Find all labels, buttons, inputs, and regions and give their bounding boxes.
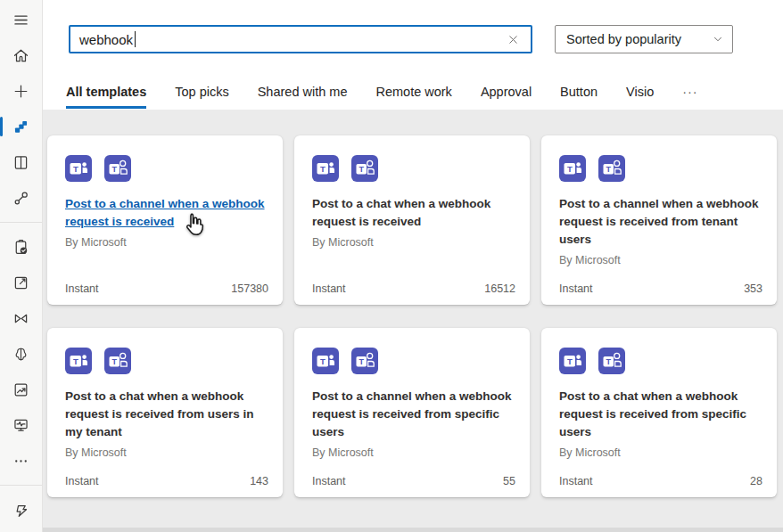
tab-more[interactable]: ··· <box>682 84 698 109</box>
tab-all-templates[interactable]: All templates <box>66 84 146 109</box>
sidebar-my-flows-button[interactable] <box>0 265 42 300</box>
teams-alt-icon <box>104 348 131 374</box>
card-footer: Instant 157380 <box>65 282 268 295</box>
template-type: Instant <box>312 282 346 295</box>
sidebar-power-platform-button[interactable] <box>0 492 42 528</box>
template-usage-count: 16512 <box>484 282 515 295</box>
tab-shared-with-me[interactable]: Shared with me <box>258 84 348 109</box>
tab-approval[interactable]: Approval <box>481 84 532 109</box>
template-usage-count: 28 <box>750 475 762 487</box>
flow-square-icon <box>12 274 30 292</box>
sidebar-connectors-button[interactable] <box>0 180 42 216</box>
template-usage-count: 157380 <box>231 282 268 295</box>
tab-visio[interactable]: Visio <box>626 84 654 109</box>
template-title[interactable]: Post to a chat when a webhook request is… <box>65 388 272 441</box>
template-type: Instant <box>65 475 99 487</box>
teams-icon <box>559 155 586 182</box>
content-area: Post to a channel when a webhook request… <box>43 110 783 532</box>
template-card[interactable]: Post to a channel when a webhook request… <box>541 135 777 305</box>
card-footer: Instant 143 <box>65 475 268 487</box>
teams-icon <box>559 348 586 374</box>
teams-alt-icon <box>598 348 625 374</box>
card-service-icons <box>65 348 272 374</box>
sidebar-process-advisor-button[interactable] <box>0 300 42 336</box>
teams-alt-icon <box>351 155 378 182</box>
sidebar-home-button[interactable] <box>0 37 42 73</box>
template-title[interactable]: Post to a channel when a webhook request… <box>65 195 272 231</box>
tab-remote-work[interactable]: Remote work <box>375 84 451 109</box>
template-publisher: By Microsoft <box>559 254 766 266</box>
chart-trend-icon <box>12 381 30 399</box>
card-footer: Instant 55 <box>312 475 515 487</box>
monitor-pulse-icon <box>12 416 30 435</box>
menu-icon <box>12 11 30 29</box>
template-title[interactable]: Post to a channel when a webhook request… <box>559 195 766 249</box>
book-icon <box>12 153 30 172</box>
power-platform-icon <box>12 501 30 520</box>
teams-icon <box>65 155 92 182</box>
template-category-tabs: All templatesTop picksShared with meRemo… <box>66 84 698 109</box>
template-title[interactable]: Post to a channel when a webhook request… <box>312 388 519 441</box>
template-usage-count: 353 <box>744 282 762 295</box>
chevron-down-icon <box>712 33 724 45</box>
teams-icon <box>312 348 339 374</box>
app-sidebar <box>0 0 43 532</box>
template-title[interactable]: Post to a chat when a webhook request is… <box>312 195 519 231</box>
template-card[interactable]: Post to a channel when a webhook request… <box>47 135 283 305</box>
template-card[interactable]: Post to a channel when a webhook request… <box>294 328 530 497</box>
template-type: Instant <box>559 282 593 295</box>
template-card[interactable]: Post to a chat when a webhook request is… <box>294 135 530 305</box>
teams-icon <box>65 348 92 374</box>
template-publisher: By Microsoft <box>65 446 272 459</box>
template-title[interactable]: Post to a chat when a webhook request is… <box>559 388 766 441</box>
card-service-icons <box>559 348 766 374</box>
clear-icon <box>507 33 520 46</box>
clipboard-check-icon <box>12 238 30 257</box>
plus-icon <box>12 82 30 101</box>
text-caret <box>135 31 136 47</box>
horizontal-scrollbar[interactable] <box>43 528 783 532</box>
home-icon <box>12 46 30 65</box>
brain-icon <box>12 345 30 364</box>
bowtie-icon <box>12 309 30 328</box>
sidebar-insights-button[interactable] <box>0 372 42 407</box>
sidebar-divider <box>0 485 42 486</box>
sidebar-menu-button[interactable] <box>0 2 42 37</box>
clear-search-button[interactable] <box>505 31 522 48</box>
template-publisher: By Microsoft <box>312 446 519 459</box>
ellipsis-icon <box>12 452 30 471</box>
card-service-icons <box>559 155 766 182</box>
card-service-icons <box>65 155 272 182</box>
teams-alt-icon <box>351 348 378 374</box>
sort-dropdown[interactable]: Sorted by popularity <box>555 25 733 53</box>
sidebar-more-button[interactable] <box>0 443 42 479</box>
tab-button[interactable]: Button <box>560 84 598 109</box>
template-type: Instant <box>559 475 593 487</box>
sidebar-divider <box>0 222 42 223</box>
template-card[interactable]: Post to a chat when a webhook request is… <box>541 328 777 497</box>
sidebar-ai-builder-button[interactable] <box>0 336 42 372</box>
template-usage-count: 55 <box>503 475 515 487</box>
card-footer: Instant 28 <box>559 475 762 487</box>
connector-icon <box>12 189 30 208</box>
template-type: Instant <box>65 282 99 295</box>
templates-icon <box>12 118 30 136</box>
sidebar-action-items-button[interactable] <box>0 229 42 265</box>
sort-selected-value: Sorted by popularity <box>566 32 681 46</box>
main-area: webhook Sorted by popularity All templat… <box>43 0 783 532</box>
template-publisher: By Microsoft <box>65 236 272 249</box>
card-footer: Instant 16512 <box>312 282 515 295</box>
teams-alt-icon <box>104 155 131 182</box>
template-card[interactable]: Post to a chat when a webhook request is… <box>47 328 283 497</box>
search-input[interactable]: webhook <box>79 32 133 47</box>
teams-alt-icon <box>598 155 625 182</box>
sidebar-templates-button[interactable] <box>0 109 42 144</box>
template-publisher: By Microsoft <box>312 236 519 249</box>
sidebar-monitor-button[interactable] <box>0 407 42 443</box>
template-usage-count: 143 <box>250 475 268 487</box>
sidebar-create-button[interactable] <box>0 73 42 109</box>
sidebar-learn-button[interactable] <box>0 144 42 180</box>
tab-top-picks[interactable]: Top picks <box>175 84 228 109</box>
search-box[interactable]: webhook <box>69 25 532 53</box>
teams-icon <box>312 155 339 182</box>
